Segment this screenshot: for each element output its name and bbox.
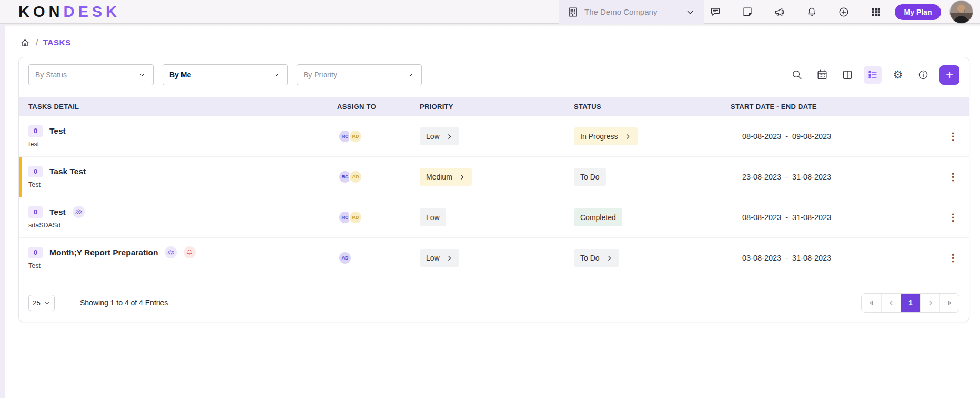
column-header-dates: START DATE - END DATE <box>731 103 937 111</box>
filter-by-assignee-value: By Me <box>169 71 271 79</box>
list-view-icon[interactable] <box>864 66 882 84</box>
priority-cell: Low <box>420 249 574 267</box>
plus-circle-icon[interactable] <box>837 6 850 18</box>
reminder-bell-icon[interactable] <box>184 246 196 258</box>
task-row[interactable]: 0 Task Test Test RCAD Medium <box>19 157 969 197</box>
chip-label: To Do <box>580 173 600 181</box>
status-cell: To Do <box>574 168 731 186</box>
status-chip[interactable]: Completed <box>574 208 622 226</box>
dates-cell: 08-08-2023 - 31-08-2023 <box>731 213 937 222</box>
columns-icon[interactable] <box>838 66 856 84</box>
priority-cell: Low <box>420 127 574 145</box>
app-header: KONDESK The Demo Company <box>0 0 980 24</box>
priority-chip[interactable]: Low <box>420 249 459 267</box>
status-chip[interactable]: In Progress <box>574 127 638 145</box>
start-date: 08-08-2023 <box>742 213 781 222</box>
chevron-right-icon <box>446 133 453 140</box>
next-page-button[interactable] <box>920 294 939 312</box>
task-title[interactable]: Test <box>49 207 66 217</box>
home-icon[interactable] <box>18 36 31 49</box>
date-separator: - <box>785 173 788 181</box>
actions-cell: ⋮ <box>937 130 969 143</box>
priority-chip[interactable]: Low <box>420 208 446 226</box>
building-icon <box>567 6 579 18</box>
status-cell: In Progress <box>574 127 731 145</box>
task-row[interactable]: 0 Month;Y Report Preparation Test AD Low <box>19 238 969 278</box>
task-detail-cell: 0 Task Test Test <box>19 166 337 188</box>
status-chip[interactable]: To Do <box>574 168 606 186</box>
task-row[interactable]: 0 Test test RCKD Low <box>19 116 969 157</box>
assignee-avatar[interactable]: AD <box>349 170 362 184</box>
filter-by-priority[interactable]: By Priority <box>297 64 422 85</box>
view-toolbar: ⚙ + <box>788 65 959 85</box>
search-icon[interactable] <box>788 66 806 84</box>
task-title[interactable]: Month;Y Report Preparation <box>49 248 158 257</box>
start-date: 03-08-2023 <box>742 254 781 262</box>
row-menu-kebab-icon[interactable]: ⋮ <box>944 211 962 224</box>
last-page-button[interactable] <box>939 294 959 312</box>
previous-page-button[interactable] <box>881 294 901 312</box>
task-title[interactable]: Test <box>49 126 66 136</box>
assignees: AD <box>337 251 420 265</box>
chevron-down-icon <box>406 70 415 79</box>
dates-cell: 08-08-2023 - 09-08-2023 <box>731 132 937 141</box>
status-chip[interactable]: To Do <box>574 249 619 267</box>
task-subtitle: Test <box>28 262 337 270</box>
chevron-right-icon <box>624 133 631 140</box>
megaphone-icon[interactable] <box>773 6 786 18</box>
priority-chip[interactable]: Low <box>420 127 459 145</box>
table-header: TASKS DETAIL ASSIGN TO PRIORITY STATUS S… <box>19 97 969 116</box>
priority-chip[interactable]: Medium <box>420 168 472 186</box>
calendar-icon[interactable] <box>813 66 831 84</box>
filter-by-assignee[interactable]: By Me <box>163 64 288 85</box>
assignee-avatar[interactable]: KD <box>349 130 362 143</box>
task-row[interactable]: 0 Test sdaSDASd RCKD Low <box>19 197 969 238</box>
bell-icon[interactable] <box>805 6 818 18</box>
page-size-value: 25 <box>33 299 40 307</box>
end-date: 31-08-2023 <box>792 173 831 181</box>
page-size-select[interactable]: 25 <box>28 295 55 311</box>
task-subtitle: test <box>28 141 337 148</box>
table-body: 0 Test test RCKD Low <box>19 116 969 278</box>
pagination: 1 <box>861 293 959 313</box>
chip-label: Low <box>426 213 440 222</box>
my-plan-button[interactable]: My Plan <box>895 4 941 20</box>
settings-gear-icon[interactable]: ⚙ <box>889 66 907 84</box>
add-task-button[interactable]: + <box>939 65 959 85</box>
current-page-button[interactable]: 1 <box>901 294 920 312</box>
actions-cell: ⋮ <box>937 211 969 224</box>
chip-label: To Do <box>580 254 600 262</box>
task-subtitle: sdaSDASd <box>28 222 337 229</box>
chevron-right-icon <box>446 255 453 262</box>
row-menu-kebab-icon[interactable]: ⋮ <box>944 251 962 265</box>
assignee-avatar[interactable]: AD <box>338 251 352 265</box>
apps-grid-icon[interactable] <box>870 6 882 18</box>
status-cell: Completed <box>574 208 731 226</box>
row-menu-kebab-icon[interactable]: ⋮ <box>944 130 962 143</box>
actions-cell: ⋮ <box>937 170 969 184</box>
chip-label: Low <box>426 132 440 141</box>
chevron-right-icon <box>606 255 613 262</box>
task-subtitle: Test <box>28 181 337 188</box>
logo-text-kon: KON <box>18 3 63 20</box>
note-icon[interactable] <box>741 6 754 18</box>
date-separator: - <box>785 132 788 141</box>
chat-icon[interactable] <box>709 6 722 18</box>
dates-cell: 23-08-2023 - 31-08-2023 <box>731 173 937 181</box>
team-icon[interactable] <box>165 246 177 258</box>
first-page-button[interactable] <box>862 294 881 312</box>
row-menu-kebab-icon[interactable]: ⋮ <box>944 170 962 184</box>
chip-label: Completed <box>580 213 616 222</box>
priority-cell: Medium <box>420 168 574 186</box>
task-title[interactable]: Task Test <box>49 167 86 176</box>
info-icon[interactable] <box>914 66 932 84</box>
team-icon[interactable] <box>73 206 85 218</box>
filter-by-status[interactable]: By Status <box>28 64 154 85</box>
user-avatar[interactable] <box>950 1 973 23</box>
column-header-priority: PRIORITY <box>420 103 574 111</box>
assignee-avatar[interactable]: KD <box>349 211 362 224</box>
column-header-status: STATUS <box>574 103 731 111</box>
breadcrumb-page-tasks[interactable]: TASKS <box>43 38 70 47</box>
task-detail-cell: 0 Month;Y Report Preparation Test <box>19 246 337 270</box>
company-selector[interactable]: The Demo Company <box>559 0 704 24</box>
